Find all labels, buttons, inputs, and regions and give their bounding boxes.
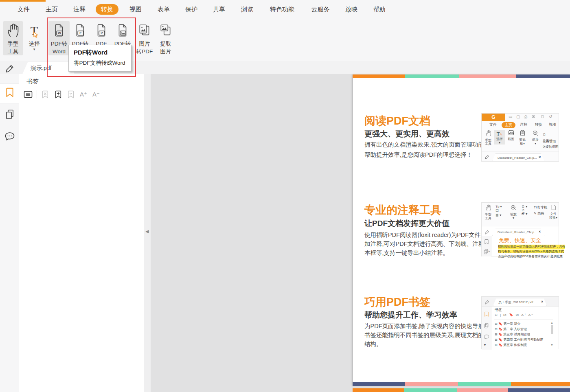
illustration-bookmark-ui: 员工手册_20120917.pdf × ▼ 书签 ⊟ | 🗁 🔖 🗁 A⁺ A⁻…: [481, 296, 559, 349]
menu-item-share[interactable]: 共享: [208, 4, 230, 15]
mini1-clipboard-tool: 剪贴 板▾: [517, 130, 528, 145]
bookmark-list-view-icon[interactable]: [23, 90, 33, 99]
pdf-to-word-label-2: Word: [53, 48, 66, 55]
mini2-doc-line2: 档与表单。福昕阅读器采用Office风格的选项卡式: [498, 250, 564, 254]
image-to-pdf-label-1: 图片: [139, 40, 150, 48]
section3-body-line2: 书签还能指明不同书签的层级关系,展现文档的: [364, 331, 484, 339]
foxit-reader-window: 文件 主页 注释 转换 视图 表单 保护 共享 浏览 特色功能 云服务 放映 帮…: [0, 0, 570, 392]
mini1-mail-icon: ✉: [532, 114, 535, 119]
mini3-tab: 员工手册_20120917.pdf: [493, 298, 547, 306]
mini1-open-icon: ▭: [509, 114, 512, 119]
menu-item-home[interactable]: 主页: [40, 4, 63, 15]
mini3-pencil-icon: [484, 299, 490, 304]
tooltip-body: 将PDF文档转成Word: [74, 59, 131, 67]
extract-image-button[interactable]: 提取 图片: [156, 21, 175, 55]
sidebar-item-pages[interactable]: [0, 109, 19, 120]
pdf-to-image-button[interactable]: PDF转: [112, 21, 133, 48]
mini2-file-convert-tool: 文件 转换▾: [548, 204, 559, 219]
hand-tool-button[interactable]: 手型 工具: [3, 21, 23, 55]
menu-item-comment[interactable]: 注释: [68, 4, 91, 15]
mini3-bookmark-item: ⊞ 🔖 第四章 工作时间与考勤制度: [495, 337, 543, 342]
tab-demo-pdf[interactable]: 演示.pdf: [22, 62, 75, 74]
sidebar-item-comments[interactable]: [0, 131, 19, 141]
mini1-rotate-view-tool: ⟳旋转视图: [543, 142, 559, 149]
mini1-hand-tool: 手型 工具: [483, 130, 493, 146]
sidebar-item-bookmarks[interactable]: [0, 87, 19, 98]
expand-bookmark-icon[interactable]: [66, 90, 76, 99]
pdf-to-excel-icon: E: [74, 21, 86, 40]
navigation-sidebar: [0, 74, 19, 392]
mini2-expand-arrow: ▸: [489, 250, 490, 253]
image-to-pdf-icon: [138, 21, 151, 40]
select-tool-button[interactable]: T 选择 ▾: [24, 21, 44, 51]
pdf-to-word-button[interactable]: W PDF转 Word: [48, 21, 70, 55]
image-to-pdf-button[interactable]: 图片 转PDF: [135, 21, 154, 55]
mini3-bookmark-item: ⊞ 🔖 第一章 简介: [495, 322, 520, 326]
section1-body-line2: 帮助提升效率,是您阅读PDF的理想选择！: [364, 151, 472, 159]
hand-tool-label-1: 手型: [8, 40, 19, 48]
pdf-to-excel-button[interactable]: E PDF转: [70, 21, 91, 48]
pdf-to-ppt-icon: P: [95, 21, 107, 40]
add-bookmark-icon[interactable]: [53, 90, 63, 99]
menu-item-help[interactable]: 帮助: [368, 4, 391, 15]
mini2-zoom-tool: 缩放 ▾: [508, 204, 519, 220]
mini1-select-tool: T↖ 选择 ▾: [494, 130, 505, 145]
page2-top-color-bar: [353, 388, 570, 392]
section2-body-line1: 使用福昕PDF阅读器(foxit reader)为PDF文件添: [364, 231, 487, 239]
menu-item-features[interactable]: 特色功能: [265, 4, 300, 15]
menu-bar: 文件 主页 注释 转换 视图 表单 保护 共享 浏览 特色功能 云服务 放映 帮…: [0, 0, 570, 18]
pdf-to-ppt-button[interactable]: P PDF: [91, 21, 112, 48]
section1-heading: 阅读PDF文档: [364, 114, 430, 128]
mini2-sidebar: ▸: [482, 236, 491, 256]
tooltip-title: PDF转Word: [74, 48, 131, 57]
panel-splitter[interactable]: ◀: [144, 74, 151, 392]
illustration-annotation-ui: 手型 工具 Tb ▾囗自 ▾ 缩放 ▾ 🗋 ▾🗋🗗 ▾ TI 打字机 ✎ 高亮 …: [481, 202, 559, 256]
bookmark-panel-title: 书签: [26, 78, 39, 85]
menu-item-protect[interactable]: 保护: [180, 4, 203, 15]
page1-bottom-color-bar: [353, 382, 570, 386]
mini1-foxit-logo: G: [482, 114, 505, 121]
collapse-panel-arrow[interactable]: ◀: [145, 229, 149, 234]
mini3-scroll-down-icon: ▼: [550, 344, 553, 346]
mini2-typewriter-tool: TI 打字机: [534, 205, 547, 210]
mini2-doc-line1: 福昕阅读器是一款功能强大的PDF阅读软件，具有: [498, 245, 565, 249]
panel-toolbar-divider: [37, 90, 37, 99]
menu-item-convert-active[interactable]: 转换: [96, 4, 118, 15]
delete-bookmark-icon[interactable]: [40, 90, 50, 99]
section1-body-line1: 拥有出色的文档渲染效果,强大的页面管理功能,: [364, 141, 486, 149]
mini1-doc-icon: 🗋: [541, 114, 545, 119]
mini3-panel-title: 书签: [495, 307, 502, 313]
menu-item-browse[interactable]: 浏览: [236, 4, 259, 15]
menu-item-cloud[interactable]: 云服务: [306, 4, 335, 15]
select-tool-label: 选择: [29, 40, 40, 48]
menu-item-view[interactable]: 视图: [124, 4, 147, 15]
font-increase-icon[interactable]: A⁺: [79, 90, 88, 99]
mini2-pencil-icon: [484, 229, 490, 234]
svg-text:W: W: [58, 31, 61, 35]
font-decrease-icon[interactable]: A⁻: [91, 90, 101, 99]
mini3-pages-icon: [484, 323, 489, 328]
panel-separator: [24, 102, 140, 102]
hand-icon: [7, 21, 20, 40]
menu-item-slideshow[interactable]: 放映: [340, 4, 363, 15]
mini1-menu-convert: 转换: [535, 122, 542, 127]
mini1-menu-home: 主页: [502, 122, 515, 128]
mini2-bookmark-icon: [484, 239, 489, 245]
menu-item-form[interactable]: 表单: [152, 4, 175, 15]
pdf-to-word-tooltip: PDF转Word 将PDF文档转成Word: [68, 45, 132, 72]
mini1-menu-comment: 注释: [520, 122, 527, 127]
section3-subheading: 帮助您提升工作、学习效率: [364, 310, 457, 320]
mini2-tab-close-icon: ×: [539, 230, 541, 234]
pdf-to-word-label-1: PDF转: [51, 40, 68, 48]
mini3-panel-divider: [494, 320, 553, 320]
page1-top-color-bar: [353, 74, 570, 78]
extract-image-icon: [159, 21, 172, 40]
mini1-divider: [482, 151, 559, 151]
mini3-bookmark-item: ⊞ 🔖 第三章 试用期管理: [495, 332, 530, 337]
annotate-pencil-icon[interactable]: [0, 63, 19, 73]
extract-image-label-1: 提取: [160, 40, 171, 48]
mini2-doc-headline: 免费、快速、安全: [499, 237, 541, 244]
mini2-hand-tool: 手型 工具: [483, 204, 493, 220]
mini3-bookmark-item: ⊞ 🔖 第二章 入职管理: [495, 327, 527, 331]
menu-item-file[interactable]: 文件: [12, 4, 35, 15]
